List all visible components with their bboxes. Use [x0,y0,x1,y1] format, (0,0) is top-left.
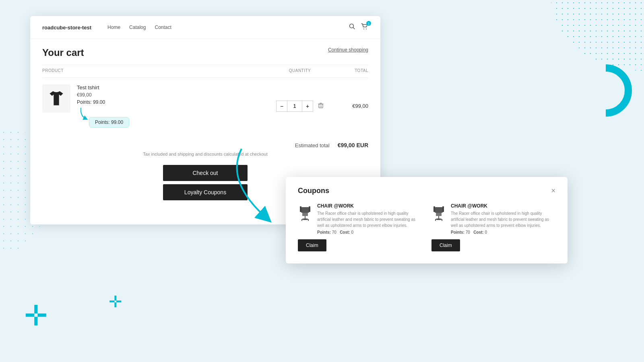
points-arrow [77,106,97,122]
item-quantity: − + [272,101,328,112]
modal-close-button[interactable]: × [551,187,555,195]
svg-rect-9 [301,207,309,213]
delete-item-button[interactable] [318,103,324,109]
coupon-card-2: CHAIR @WORK The Racer office chair is up… [431,203,555,251]
svg-point-14 [302,218,308,220]
coupon-card-2-header: CHAIR @WORK The Racer office chair is up… [431,203,555,234]
bg-circle-right [580,64,632,117]
cart-table-headers: PRODUCT QUANTITY TOTAL [42,65,368,76]
quantity-decrease-button[interactable]: − [276,101,287,112]
item-price: €99,00 [77,92,129,98]
svg-rect-19 [433,206,435,212]
cart-title: Your cart [42,47,84,58]
chair-icon-1 [298,203,312,224]
cart-icon[interactable]: 1 [361,23,368,31]
checkout-button[interactable]: Check out [163,165,248,181]
item-total: €99,00 [328,103,368,109]
estimated-total-row: Estimated total €99,00 EUR [42,142,368,148]
loyalty-coupons-button[interactable]: Loyalty Coupons [163,184,248,200]
modal-title: Coupons [298,187,329,195]
points-tooltip-area: Points: 99.00 [77,110,129,128]
coupon-meta-1: Points: 70 Cost: 0 [317,230,422,234]
svg-point-2 [363,29,364,29]
item-name: Test tshirt [77,84,129,90]
svg-rect-18 [436,213,442,216]
item-points: Points: 99.00 [77,99,129,105]
svg-rect-4 [319,104,323,108]
svg-rect-12 [309,206,310,212]
item-details: Test tshirt €99,00 Points: 99.00 [77,84,129,128]
modal-header: Coupons × [298,187,555,195]
cart-badge: 1 [366,21,371,26]
chair-icon-2 [431,203,446,224]
cart-header-row: Your cart Continue shopping [42,47,368,58]
bg-plus-large: ✛ [24,302,48,330]
nav-icons: 1 [349,23,368,31]
svg-rect-10 [302,213,308,216]
item-info: Test tshirt €99,00 Points: 99.00 [42,84,272,128]
coupon-desc-1: The Racer office chair is upholstered in… [317,210,422,228]
coupon-card-1: CHAIR @WORK The Racer office chair is up… [298,203,422,251]
search-icon[interactable] [349,23,355,31]
coupon-cards: CHAIR @WORK The Racer office chair is up… [298,203,555,251]
estimated-label: Estimated total [295,142,330,148]
nav-links: Home Catalog Contact [107,25,349,30]
nav-contact[interactable]: Contact [155,25,171,30]
column-total: TOTAL [328,68,368,73]
svg-point-22 [436,218,442,220]
nav-bar: roadcube-store-test Home Catalog Contact… [30,16,380,39]
nav-home[interactable]: Home [107,25,120,30]
nav-brand: roadcube-store-test [42,25,91,31]
cart-item-row: Test tshirt €99,00 Points: 99.00 [42,78,368,134]
svg-rect-20 [442,206,444,212]
coupon-card-2-info: CHAIR @WORK The Racer office chair is up… [451,203,555,234]
continue-shopping-link[interactable]: Continue shopping [328,47,368,53]
coupon-meta-2: Points: 70 Cost: 0 [451,230,555,234]
claim-button-1[interactable]: Claim [298,239,326,251]
column-product: PRODUCT [42,68,272,73]
tax-note: Tax included and shipping and discounts … [42,151,368,158]
svg-rect-17 [435,207,443,213]
coupon-card-1-info: CHAIR @WORK The Racer office chair is up… [317,203,422,234]
quantity-input[interactable] [287,101,302,112]
estimated-value: €99,00 EUR [338,142,368,148]
item-image [42,84,70,113]
svg-line-1 [353,28,355,29]
coupon-desc-2: The Racer office chair is upholstered in… [451,210,555,228]
bg-plus-small: ✛ [109,294,122,310]
coupons-modal: Coupons × [286,177,568,263]
coupon-name-2: CHAIR @WORK [451,203,555,209]
nav-catalog[interactable]: Catalog [129,25,146,30]
column-quantity: QUANTITY [272,68,328,73]
quantity-increase-button[interactable]: + [302,101,313,112]
claim-button-2[interactable]: Claim [431,239,460,251]
coupon-name-1: CHAIR @WORK [317,203,422,209]
svg-point-3 [366,29,367,29]
coupon-card-1-header: CHAIR @WORK The Racer office chair is up… [298,203,422,234]
svg-rect-11 [300,206,301,212]
